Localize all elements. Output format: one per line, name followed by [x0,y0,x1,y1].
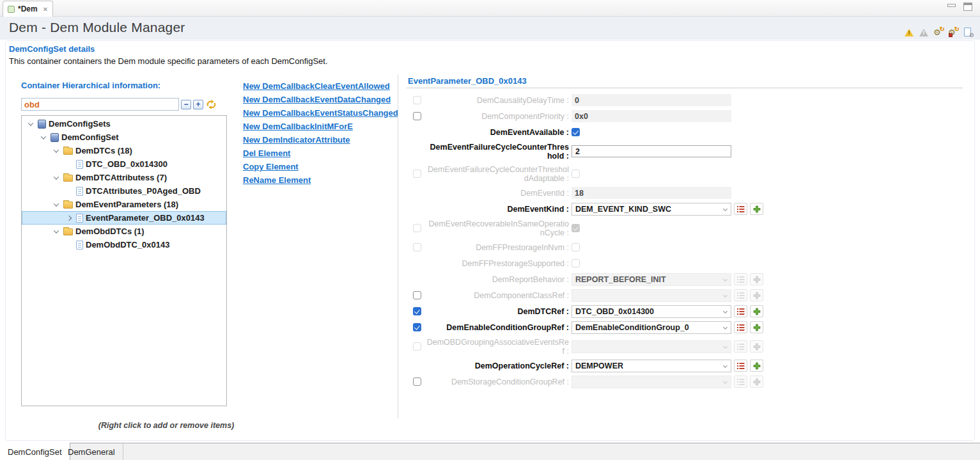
action-link[interactable]: New DemCallbackEventStatusChanged [243,106,398,120]
tree-item-label: DemConfigSet [61,132,119,142]
value-text: 0 [575,96,579,105]
form-row: DemEventKind :DEM_EVENT_KIND_SWC [409,201,767,217]
tree-item-label: DemObdDTCs (1) [75,226,144,236]
param-enable-checkbox[interactable] [413,377,421,386]
action-link[interactable]: Copy Element [243,160,398,173]
chevron-down-icon[interactable] [39,136,48,139]
chevron-down-icon[interactable] [26,122,35,126]
param-control [572,243,731,251]
tree-item[interactable]: DTCAttributes_P0Aged_OBD [22,184,226,198]
form-row: DemOperationCycleRef :DEMPOWER [409,358,767,374]
dem-module-manager-window: { "editor_tab": { "title": "*Dem", "clos… [0,0,980,460]
tree-item-label: DTC_OBD_0x014300 [86,159,167,169]
list-icon[interactable] [734,305,747,317]
action-link[interactable]: New DemCallbackInitMForE [243,120,398,133]
editor-tab-dem[interactable]: *Dem ✕ [3,1,53,17]
collapse-all-icon[interactable]: − [181,100,191,109]
tree-item-label: EventParameter_OBD_0x0143 [86,213,205,223]
value-field-readonly: 0x0 [572,110,731,122]
select-value: DemEnableConditionGroup_0 [575,323,689,332]
search-input[interactable] [21,98,179,111]
chevron-down-icon [723,379,727,383]
param-enable-checkbox [413,243,421,251]
chevron-down-icon[interactable] [52,176,61,180]
value-checkbox [572,224,580,232]
generate-gear-icon[interactable]: ⚙↻ [948,28,959,37]
chevron-down-icon [723,308,727,313]
param-enable-checkbox[interactable] [413,112,421,120]
param-label: DemEventKind : [426,205,569,214]
panel-divider [398,74,398,418]
add-icon[interactable] [750,321,763,333]
warning-yellow-icon[interactable]: ! [904,28,915,37]
value-select[interactable]: DEMPOWER [572,360,731,372]
value-text: 18 [575,189,584,198]
validate-gear-icon[interactable]: ⚙↻ [933,28,944,37]
value-text: 2 [575,147,580,156]
action-link[interactable]: Del Element [243,147,398,160]
form-row: DemEnableConditionGroupRef :DemEnableCon… [409,319,767,335]
param-enable-checkbox[interactable] [413,307,421,315]
select-value: DEMPOWER [575,361,623,370]
maximize-icon[interactable] [963,3,972,11]
param-label: DemReportBehavior : [426,275,569,284]
value-select[interactable]: DemEnableConditionGroup_0 [572,321,731,334]
select-value: DEM_EVENT_KIND_SWC [575,205,671,214]
param-enable-checkbox [413,342,421,351]
list-icon[interactable] [734,203,747,215]
bottom-tab-demgeneral[interactable]: DemGeneral [60,443,123,460]
param-control [572,128,731,136]
action-link[interactable]: ReName Element [243,173,398,187]
param-label: DemComponentPriority : [426,112,569,121]
value-checkbox[interactable] [572,128,580,136]
doc-icon [76,241,83,250]
param-enable-checkbox[interactable] [413,323,421,331]
parameter-form: DemCausalityDelayTime :0DemComponentPrio… [409,92,767,390]
chevron-down-icon[interactable] [52,230,61,234]
action-link[interactable]: New DemCallbackClearEventAllowed [243,79,398,93]
tree-item[interactable]: DemObdDTCs (1) [22,225,226,238]
doc-icon [76,160,83,169]
warning-gray-icon[interactable]: ! [919,28,929,37]
chevron-down-icon[interactable] [52,149,61,153]
expand-all-icon[interactable]: + [193,100,203,109]
value-checkbox [572,170,580,178]
form-row: DemDTCRef :DTC_OBD_0x014300 [409,303,767,319]
value-input[interactable]: 2 [572,145,731,157]
param-label: DemComponentClassRef : [426,291,569,300]
refresh-icon[interactable] [205,99,217,109]
param-label: DemEventAvailable : [426,128,569,137]
tree-item[interactable]: DemEventParameters (18) [22,198,226,211]
tree-item[interactable]: DemDTCAttributess (7) [22,171,226,184]
add-icon[interactable] [750,360,763,372]
value-select[interactable]: DTC_OBD_0x014300 [572,305,731,318]
param-label: DemDTCRef : [426,307,569,316]
param-label: DemEventFailureCycleCounterThreshold : [426,143,569,161]
tree-item[interactable]: DTC_OBD_0x014300 [22,157,226,171]
tree-item[interactable]: DemConfigSet [22,131,226,144]
report-doc-icon[interactable]: ⚙ [963,28,974,37]
tree-item[interactable]: EventParameter_OBD_0x0143 [22,211,226,225]
param-enable-checkbox[interactable] [413,291,421,299]
tree-item[interactable]: DemConfigSets [22,117,226,131]
param-control: DTC_OBD_0x014300 [572,305,731,318]
value-select[interactable]: DEM_EVENT_KIND_SWC [572,203,731,216]
minimize-icon[interactable] [947,4,956,7]
action-link[interactable]: New DemCallbackEventDataChanged [243,93,398,106]
form-row: DemEventAvailable : [409,124,767,140]
close-icon[interactable]: ✕ [43,6,48,13]
list-icon[interactable] [734,360,747,372]
list-icon[interactable] [734,321,747,333]
add-icon [750,376,763,388]
param-enable-slot [413,342,425,351]
detail-panel-title: EventParameter_OBD_0x0143 [408,76,527,86]
chevron-down-icon [723,324,727,329]
tree-item[interactable]: DemObdDTC_0x0143 [22,238,226,251]
add-icon[interactable] [750,203,763,215]
value-checkbox [572,259,580,267]
chevron-right-icon[interactable] [65,216,74,220]
tree-item[interactable]: DemDTCs (18) [22,144,226,157]
chevron-down-icon[interactable] [52,203,61,207]
action-link[interactable]: New DemIndicatorAttribute [243,133,398,147]
add-icon[interactable] [750,305,763,317]
